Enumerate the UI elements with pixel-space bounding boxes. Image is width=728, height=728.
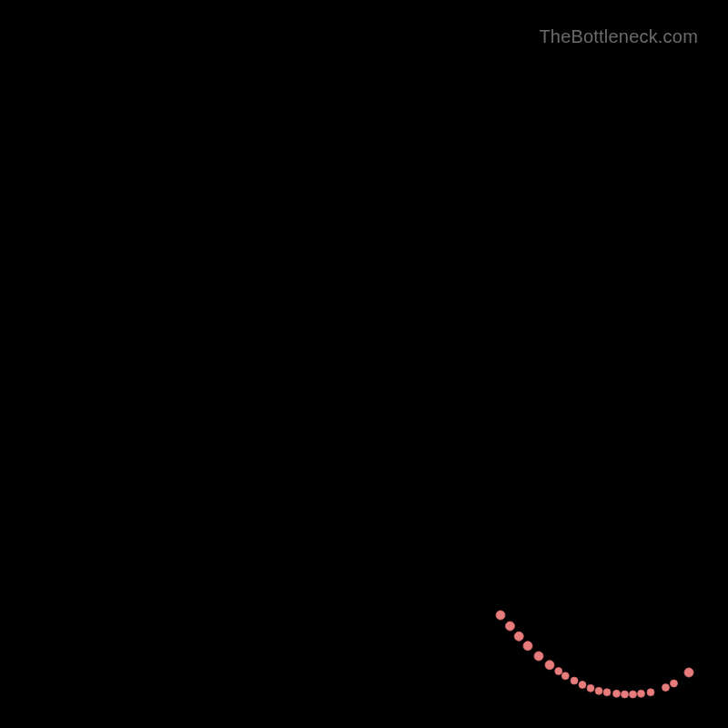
curve-marker: [571, 677, 578, 684]
curve-marker: [595, 687, 602, 694]
chart-plot-area: TheBottleneck.com: [23, 23, 705, 705]
chart-frame: TheBottleneck.com: [0, 0, 728, 728]
curve-marker: [603, 689, 611, 696]
curve-marker: [514, 632, 523, 641]
curve-marker: [496, 611, 505, 620]
curve-markers-group: [496, 611, 693, 698]
curve-marker: [555, 668, 562, 675]
curve-marker: [545, 661, 554, 670]
curve-marker: [630, 691, 637, 698]
curve-marker: [561, 672, 569, 680]
curve-marker: [638, 690, 645, 697]
curve-marker: [534, 652, 543, 661]
curve-marker: [523, 642, 532, 651]
curve-marker: [506, 622, 515, 631]
curve-marker: [613, 690, 621, 697]
curve-marker: [671, 680, 678, 687]
curve-marker: [579, 682, 586, 689]
chart-svg-layer: [23, 23, 705, 705]
curve-marker: [647, 689, 654, 696]
curve-marker: [684, 668, 693, 677]
curve-marker: [587, 684, 594, 692]
bottleneck-curve-line: [23, 23, 705, 695]
curve-marker: [662, 684, 670, 692]
curve-marker: [622, 691, 629, 698]
